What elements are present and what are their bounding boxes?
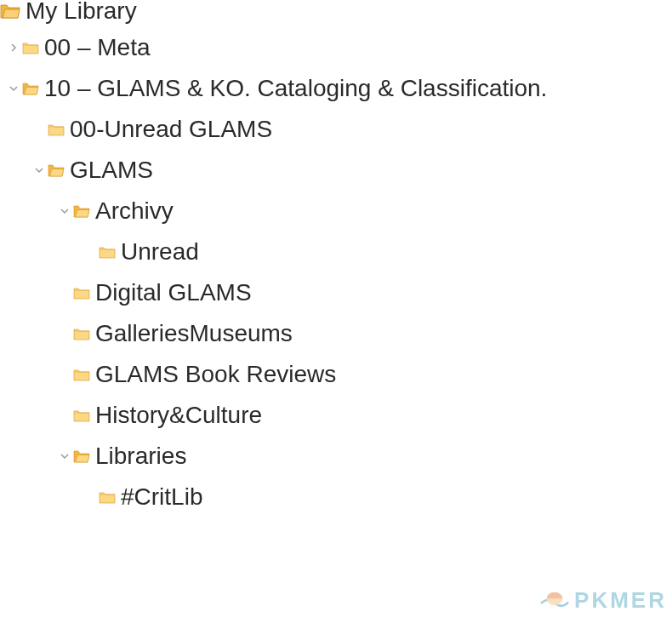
tree-item[interactable]: GLAMS Book Reviews	[0, 354, 672, 395]
tree-item-label: 00-Unread GLAMS	[70, 117, 272, 141]
tree-item[interactable]: GLAMS	[0, 150, 672, 191]
tree-item[interactable]: Digital GLAMS	[0, 272, 672, 313]
tree-item-label: #CritLib	[121, 485, 202, 509]
folder-icon	[73, 409, 90, 422]
folder-icon	[99, 245, 116, 259]
folder-icon	[73, 368, 90, 381]
tree-item[interactable]: Libraries	[0, 436, 672, 477]
folder-icon	[48, 163, 65, 177]
watermark: PKMER	[540, 586, 667, 614]
folder-icon	[73, 449, 90, 463]
pkmer-logo-icon	[540, 586, 569, 614]
tree-item-label: GLAMS	[70, 158, 153, 182]
tree-item[interactable]: GalleriesMuseums	[0, 313, 672, 354]
tree-item-label: GLAMS Book Reviews	[95, 363, 336, 386]
tree-item[interactable]: 00-Unread GLAMS	[0, 109, 672, 150]
folder-icon	[22, 41, 39, 54]
tree-item[interactable]: 00 – Meta	[0, 27, 672, 68]
tree-item-label: Unread	[121, 240, 199, 264]
folder-tree: My Library00 – Meta10 – GLAMS & KO. Cata…	[0, 0, 672, 517]
tree-root-label: My Library	[26, 0, 137, 23]
tree-item-label: Archivy	[95, 199, 174, 223]
chevron-down-icon[interactable]	[58, 204, 71, 218]
folder-icon	[73, 204, 90, 218]
folder-icon	[73, 286, 90, 300]
tree-root[interactable]: My Library	[0, 0, 672, 27]
folder-icon	[48, 123, 65, 136]
watermark-text: PKMER	[574, 587, 667, 614]
chevron-down-icon[interactable]	[7, 82, 20, 95]
library-folder-icon	[0, 3, 20, 20]
tree-item-label: GalleriesMuseums	[95, 322, 293, 346]
tree-item-label: Libraries	[95, 444, 186, 468]
chevron-down-icon[interactable]	[32, 163, 46, 177]
tree-item[interactable]: History&Culture	[0, 395, 672, 436]
tree-item-label: Digital GLAMS	[95, 281, 252, 305]
folder-icon	[73, 327, 90, 340]
tree-item-label: 10 – GLAMS & KO. Cataloging & Classifica…	[44, 77, 547, 100]
folder-icon	[22, 82, 39, 95]
chevron-right-icon[interactable]	[7, 41, 20, 54]
tree-item-label: History&Culture	[95, 403, 262, 427]
chevron-down-icon[interactable]	[58, 449, 71, 463]
tree-item[interactable]: 10 – GLAMS & KO. Cataloging & Classifica…	[0, 68, 672, 109]
tree-item[interactable]: Archivy	[0, 191, 672, 231]
tree-item[interactable]: #CritLib	[0, 477, 672, 517]
folder-icon	[99, 490, 116, 504]
tree-item-label: 00 – Meta	[44, 36, 151, 60]
tree-item[interactable]: Unread	[0, 231, 672, 272]
